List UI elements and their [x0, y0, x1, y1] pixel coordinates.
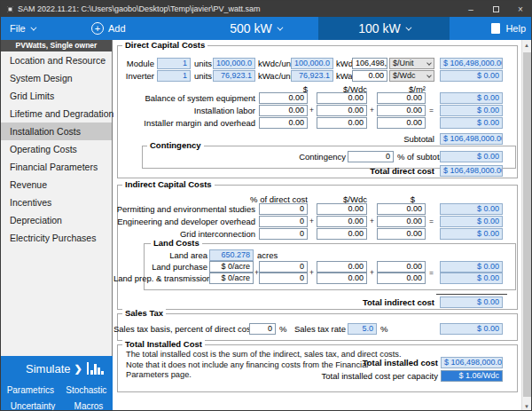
stochastic-button[interactable]: Stochastic	[66, 385, 106, 395]
inverter-amount-field: $ 0.00	[440, 70, 503, 82]
grid-pct-input[interactable]: 0	[259, 228, 308, 240]
grid-amount-field: $ 0.00	[440, 228, 503, 240]
installation-labor-label: Installation labor	[113, 105, 255, 116]
sidebar-item-system-design[interactable]: System Design	[1, 69, 112, 87]
bos-per-wdc-input[interactable]: 0.00	[317, 92, 367, 104]
module-cost-unit-value: $/Unit	[393, 59, 414, 67]
sidebar-item-revenue[interactable]: Revenue	[1, 176, 112, 194]
scroll-down-arrow[interactable]: ▼	[522, 401, 531, 411]
land-prep-rate-input[interactable]: $ 0/acre	[209, 273, 254, 284]
plus-operator: +	[309, 267, 314, 279]
scroll-up-arrow[interactable]: ▲	[522, 40, 531, 51]
case-tab-100kw-selected[interactable]: 100 kW	[318, 17, 450, 40]
inverter-cost-input[interactable]: 0.00	[352, 70, 387, 82]
land-purchase-rate-input[interactable]: $ 0/acre	[209, 261, 254, 273]
total-installed-cost-title: Total Installed Cost	[122, 339, 205, 349]
contingency-label: Contingency	[202, 151, 346, 162]
chevron-down-icon	[30, 24, 36, 30]
land-area-unit: acres	[257, 249, 278, 261]
labor-dollar-input[interactable]: 0.00	[259, 105, 308, 116]
total-indirect-cost-field: $ 0.00	[440, 296, 503, 308]
sidebar-item-operating-costs[interactable]: Operating Costs	[1, 140, 112, 158]
title-bar: SAM 2022.11.21: C:\Users\gaobo\Desktop\T…	[1, 1, 532, 17]
histogram-icon	[87, 362, 104, 375]
vertical-scrollbar[interactable]: ▲ ▼	[521, 40, 531, 411]
maximize-button[interactable]	[483, 1, 508, 17]
total-direct-cost-field: $ 106,498,000.00	[440, 165, 503, 177]
margin-amount-field: $ 0.00	[440, 117, 503, 129]
grid-per-wdc-input[interactable]: 0.00	[317, 228, 367, 240]
module-cost-input[interactable]: 106,498,000.00	[352, 58, 387, 69]
case-tab-500kw[interactable]: 500 kW	[194, 17, 317, 40]
permitting-per-wdc-input[interactable]: 0.00	[317, 203, 367, 215]
permitting-dollar-input[interactable]: 0.00	[377, 203, 426, 215]
installation-costs-page: Direct Capital Costs Module 1 units 100,…	[113, 40, 522, 411]
land-prep-pct-input[interactable]: 0	[259, 273, 308, 284]
subtotal-label: Subtotal	[291, 133, 434, 145]
module-units-field: 1	[157, 58, 191, 69]
module-cost-unit-dropdown[interactable]: $/Unit	[389, 58, 434, 69]
total-installed-cost-label: Total installed cost	[255, 357, 438, 368]
sidebar-item-financial-parameters[interactable]: Financial Parameters	[1, 158, 112, 176]
plus-operator: +	[370, 105, 374, 116]
macros-button[interactable]: Macros	[74, 401, 104, 411]
inverter-cost-unit-dropdown[interactable]: $/Wdc	[389, 70, 434, 82]
inverter-units-field: 1	[157, 70, 191, 82]
maximize-icon	[493, 6, 499, 12]
scrollbar-thumb[interactable]	[523, 52, 531, 397]
sidebar-item-incentives[interactable]: Incentives	[1, 194, 112, 211]
sidebar-item-installation-costs[interactable]: Installation Costs	[1, 123, 112, 140]
inverter-units-unit: units	[194, 70, 212, 82]
engineering-amount-field: $ 0.00	[440, 216, 503, 227]
land-purchase-dollar-input[interactable]: 0.00	[377, 261, 426, 273]
simulate-button[interactable]: Simulate ❯	[1, 356, 113, 379]
bos-amount-field: $ 0.00	[440, 92, 503, 104]
chevron-down-icon	[277, 24, 283, 30]
land-purchase-per-wdc-input[interactable]: 0.00	[317, 261, 367, 273]
chevron-down-icon	[405, 24, 411, 30]
sidebar-item-lifetime-and-degradation[interactable]: Lifetime and Degradation	[1, 105, 112, 123]
direct-capital-costs-title: Direct Capital Costs	[122, 40, 207, 50]
add-case-button[interactable]: + Add	[91, 17, 126, 40]
sidebar-item-depreciation[interactable]: Depreciation	[1, 211, 112, 229]
chevron-down-icon	[426, 73, 432, 78]
labor-per-m2-input[interactable]: 0.00	[377, 105, 426, 116]
equals-operator: =	[429, 267, 434, 279]
grid-dollar-input[interactable]: 0.00	[377, 228, 426, 240]
land-prep-dollar-input[interactable]: 0.00	[377, 273, 426, 284]
sidebar-item-electricity-purchases[interactable]: Electricity Purchases	[1, 229, 112, 247]
engineering-dollar-input[interactable]: 0.00	[377, 216, 426, 227]
sidebar-item-grid-limits[interactable]: Grid Limits	[1, 87, 112, 105]
land-prep-per-wdc-input[interactable]: 0.00	[317, 273, 367, 284]
margin-per-wdc-input[interactable]: 0.00	[317, 117, 367, 129]
land-prep-label: Land prep. & transmission	[113, 273, 207, 284]
engineering-label: Engineering and developer overhead	[113, 216, 255, 227]
toolbar: File + Add 500 kW 100 kW Help	[1, 17, 532, 40]
engineering-per-wdc-input[interactable]: 0.00	[317, 216, 367, 227]
close-button[interactable]: ×	[508, 1, 532, 17]
equals-operator: =	[429, 105, 434, 116]
module-size-unit: kWdc/unit	[258, 58, 295, 69]
contingency-input[interactable]: 0	[348, 151, 394, 162]
margin-dollar-input[interactable]: 0.00	[259, 117, 308, 129]
permitting-amount-field: $ 0.00	[440, 203, 503, 215]
parametrics-button[interactable]: Parametrics	[7, 385, 54, 395]
app-icon	[7, 6, 13, 12]
permitting-pct-input[interactable]: 0	[259, 203, 308, 215]
help-button[interactable]: Help	[491, 17, 526, 40]
labor-per-wdc-input[interactable]: 0.00	[317, 105, 367, 116]
sidebar-item-location-and-resource[interactable]: Location and Resource	[1, 51, 112, 69]
engineering-pct-input[interactable]: 0	[259, 216, 308, 227]
bos-dollar-input[interactable]: 0.00	[259, 92, 308, 104]
inverter-size-field: 76,923.1	[213, 70, 255, 82]
plus-operator: +	[309, 216, 314, 227]
contingency-title: Contingency	[147, 140, 204, 150]
file-menu[interactable]: File	[10, 17, 35, 40]
bos-per-m2-input[interactable]: 0.00	[377, 92, 426, 104]
minimize-button[interactable]: –	[458, 1, 483, 17]
land-prep-amount-field: $ 0.00	[440, 273, 503, 284]
margin-per-m2-input[interactable]: 0.00	[377, 117, 426, 129]
land-purchase-pct-input[interactable]: 0	[259, 261, 308, 273]
module-total-size-field: 100,000.0	[291, 58, 333, 69]
uncertainty-button[interactable]: Uncertainty	[11, 401, 56, 411]
